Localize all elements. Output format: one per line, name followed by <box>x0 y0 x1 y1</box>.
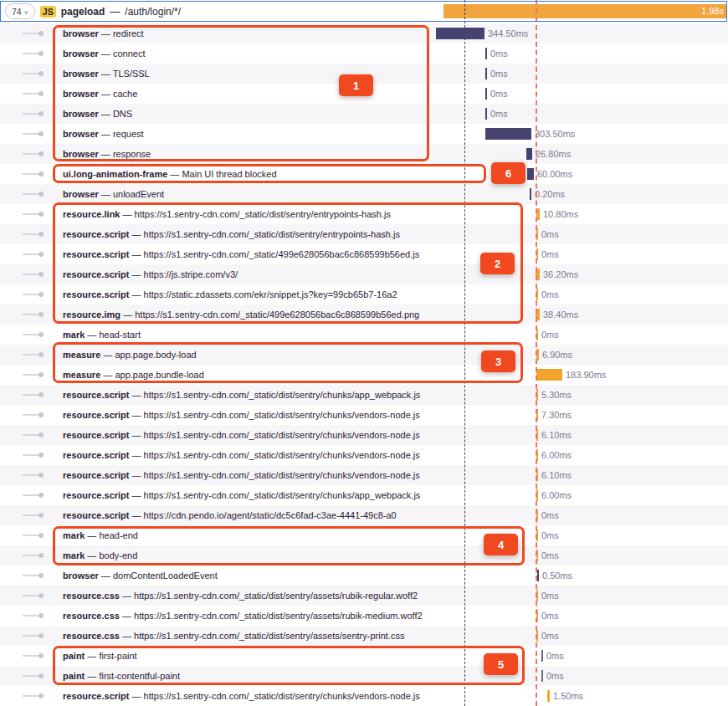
span-bar <box>485 68 487 79</box>
span-row[interactable]: resource.script — https://s1.sentry-cdn.… <box>0 425 728 445</box>
span-duration: 0ms <box>490 43 508 64</box>
span-row[interactable]: resource.script — https://static.zdasset… <box>0 284 728 304</box>
tree-node-dot <box>38 372 44 377</box>
tree-connector <box>23 314 39 315</box>
tree-connector <box>23 213 39 215</box>
span-row[interactable]: measure — app.page.body-load 6.90ms <box>0 345 728 365</box>
span-row[interactable]: browser — unloadEvent 0.20ms <box>0 184 728 204</box>
span-row[interactable]: browser — domContentLoadedEvent 0.50ms <box>0 565 728 586</box>
span-row[interactable]: paint — first-paint 0ms <box>0 646 728 666</box>
span-description: first-paint <box>99 651 136 661</box>
span-row[interactable]: resource.script — https://s1.sentry-cdn.… <box>0 485 728 505</box>
separator: — <box>132 450 144 460</box>
span-op: resource.script <box>63 430 129 440</box>
tree-connector <box>23 133 39 135</box>
separator: — <box>101 89 113 99</box>
span-label: resource.script — https://s1.sentry-cdn.… <box>63 465 432 485</box>
span-duration: 10.80ms <box>543 204 578 224</box>
span-description: https://s1.sentry-cdn.com/_static/dist/s… <box>134 631 404 641</box>
separator: — <box>103 370 115 380</box>
span-op: mark <box>63 550 85 560</box>
tree-connector <box>23 274 39 275</box>
span-bar <box>536 509 538 521</box>
span-row[interactable]: resource.script — https://cdn.pendo.io/a… <box>0 505 728 525</box>
span-description: https://s1.sentry-cdn.com/_static/dist/s… <box>144 430 420 440</box>
span-label: browser — redirect <box>63 23 432 43</box>
span-description: https://s1.sentry-cdn.com/_static/dist/s… <box>144 229 400 239</box>
span-bar <box>547 690 550 702</box>
trace-header-row[interactable]: 74 ∨ JS pageload — /auth/login/*/ 1.98s <box>0 0 728 23</box>
separator: — <box>132 490 144 500</box>
span-row[interactable]: ui.long-animation-frame — Main UI thread… <box>0 164 728 184</box>
span-description: head-end <box>99 530 138 540</box>
span-label: resource.script — https://cdn.pendo.io/a… <box>63 505 432 525</box>
span-bar <box>536 550 538 561</box>
span-row[interactable]: resource.link — https://s1.sentry-cdn.co… <box>0 204 728 224</box>
tree-connector <box>23 354 39 356</box>
span-row[interactable]: resource.script — https://s1.sentry-cdn.… <box>0 686 728 706</box>
span-row[interactable]: resource.script — https://s1.sentry-cdn.… <box>0 224 728 244</box>
span-bar <box>536 309 540 320</box>
separator: — <box>132 691 144 701</box>
span-row[interactable]: browser — redirect 344.50ms <box>0 23 728 43</box>
span-op: measure <box>63 350 100 360</box>
span-row[interactable]: resource.css — https://s1.sentry-cdn.com… <box>0 626 728 646</box>
span-duration: 0ms <box>541 224 559 244</box>
separator: — <box>132 470 144 480</box>
span-duration: 0ms <box>546 666 564 686</box>
separator: — <box>132 430 144 440</box>
separator: — <box>101 69 113 79</box>
tree-node-dot <box>38 613 44 618</box>
span-op: resource.script <box>63 229 129 239</box>
span-row[interactable]: mark — head-end 0ms <box>0 525 728 545</box>
span-duration: 0ms <box>490 104 508 124</box>
span-row[interactable]: measure — app.page.bundle-load 183.90ms <box>0 365 728 385</box>
span-row[interactable]: browser — DNS 0ms <box>0 104 728 124</box>
span-row[interactable]: resource.script — https://s1.sentry-cdn.… <box>0 244 728 264</box>
span-description: https://static.zdassets.com/ekr/snippet.… <box>144 289 397 299</box>
tree-node-dot <box>38 192 44 197</box>
span-row[interactable]: resource.script — https://s1.sentry-cdn.… <box>0 465 728 485</box>
span-op: resource.script <box>63 490 129 500</box>
expand-children-pill[interactable]: 74 ∨ <box>5 3 35 19</box>
span-op: resource.css <box>63 631 120 641</box>
span-duration: 38.40ms <box>543 304 578 325</box>
span-description: https://s1.sentry-cdn.com/_static/dist/s… <box>144 691 420 701</box>
span-row[interactable]: browser — response 26.80ms <box>0 144 728 164</box>
span-row[interactable]: mark — head-start 0ms <box>0 325 728 345</box>
span-bar <box>536 590 538 601</box>
span-label: browser — response <box>63 144 432 164</box>
span-label: resource.css — https://s1.sentry-cdn.com… <box>63 586 432 606</box>
span-bar <box>536 248 538 260</box>
span-row[interactable]: resource.script — https://s1.sentry-cdn.… <box>0 385 728 405</box>
span-row[interactable]: browser — TLS/SSL 0ms <box>0 64 728 84</box>
span-label: paint — first-contentful-paint <box>63 666 432 686</box>
span-description: https://s1.sentry-cdn.com/_static/dist/s… <box>144 410 420 420</box>
span-bar <box>536 329 538 340</box>
span-row[interactable]: resource.css — https://s1.sentry-cdn.com… <box>0 586 728 606</box>
span-row[interactable]: resource.script — https://s1.sentry-cdn.… <box>0 445 728 465</box>
span-duration: 1.50ms <box>553 686 583 706</box>
span-row[interactable]: mark — body-end 0ms <box>0 545 728 565</box>
span-label: mark — head-end <box>63 525 432 545</box>
tree-connector <box>23 555 39 556</box>
span-label: browser — TLS/SSL <box>63 64 432 84</box>
span-row[interactable]: browser — request 303.50ms <box>0 124 728 144</box>
span-bar <box>536 289 538 300</box>
span-row[interactable]: browser — connect 0ms <box>0 43 728 64</box>
tree-node-dot <box>38 212 44 217</box>
span-op: browser <box>63 49 99 59</box>
span-row[interactable]: paint — first-contentful-paint 0ms <box>0 666 728 686</box>
tree-connector <box>23 334 39 335</box>
tree-node-dot <box>38 232 44 237</box>
span-op: resource.script <box>63 289 129 299</box>
span-row[interactable]: resource.img — https://s1.sentry-cdn.com… <box>0 304 728 325</box>
span-row[interactable]: resource.script — https://s1.sentry-cdn.… <box>0 405 728 425</box>
span-rows: browser — redirect 344.50ms browser — co… <box>0 23 728 706</box>
span-row[interactable]: browser — cache 0ms <box>0 84 728 104</box>
span-row[interactable]: resource.script — https://js.stripe.com/… <box>0 264 728 284</box>
tree-node-dot <box>38 392 44 397</box>
span-row[interactable]: resource.css — https://s1.sentry-cdn.com… <box>0 606 728 626</box>
span-duration: 0ms <box>541 606 559 626</box>
span-duration: 6.90ms <box>542 345 572 365</box>
